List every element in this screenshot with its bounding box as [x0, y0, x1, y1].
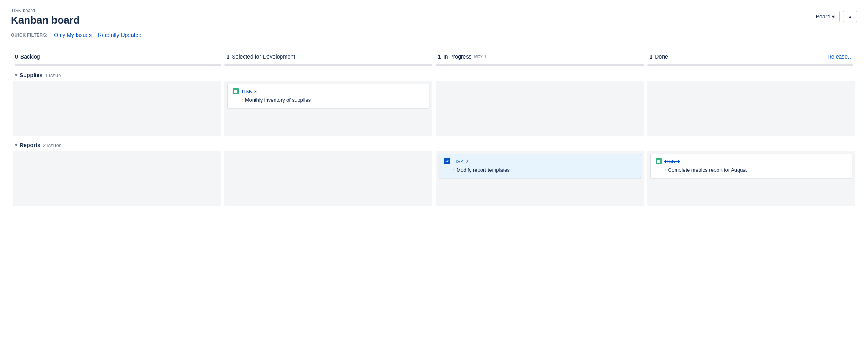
col-header-inprogress: 1 In Progress Max 1: [434, 50, 646, 63]
backlog-name: Backlog: [20, 53, 40, 60]
dropdown-icon: ▾: [832, 13, 835, 20]
card-tisk3-type-icon: [233, 88, 239, 94]
supplies-backlog-cell: [13, 81, 221, 136]
svg-rect-0: [234, 90, 237, 93]
board-parent-label: TISK board: [11, 8, 80, 13]
board-button-label: Board: [816, 13, 830, 20]
card-tisk1-top: TISK-1: [656, 158, 848, 164]
inprogress-count: 1: [438, 53, 441, 60]
card-tisk2-priority: ↑: [452, 167, 456, 173]
header-right: Board ▾ ▲: [811, 11, 857, 22]
filter-only-my-issues[interactable]: Only My Issues: [54, 32, 92, 38]
board-area: 0 Backlog 1 Selected for Development 1 I…: [0, 44, 868, 215]
done-count: 1: [650, 53, 653, 60]
supplies-done-cell: [647, 81, 856, 136]
inprogress-meta: Max 1: [474, 54, 487, 59]
inprogress-divider: [436, 64, 644, 66]
reports-backlog-cell: [13, 151, 221, 206]
supplies-selected-cell: TISK-3 ↑ Monthly inventory of supplies: [224, 81, 433, 136]
collapse-button[interactable]: ▲: [843, 11, 857, 22]
supplies-lane-count: 1 issue: [45, 72, 61, 78]
card-tisk3-priority: ↑: [241, 97, 245, 103]
card-tisk3-summary: ↑ Monthly inventory of supplies: [233, 97, 425, 104]
reports-columns: TISK-2 ↑ Modify report templates TISK-1: [11, 151, 857, 206]
col-header-backlog: 0 Backlog: [11, 50, 223, 63]
backlog-divider: [15, 64, 221, 66]
col-header-selected: 1 Selected for Development: [223, 50, 434, 63]
card-tisk1-type-icon: [656, 158, 662, 164]
card-tisk2-top: TISK-2: [444, 158, 636, 164]
reports-inprogress-cell: TISK-2 ↑ Modify report templates: [436, 151, 644, 206]
quick-filters-bar: QUICK FILTERS: Only My Issues Recently U…: [0, 26, 868, 44]
card-tisk3-id[interactable]: TISK-3: [241, 88, 257, 94]
selected-name: Selected for Development: [232, 53, 295, 60]
card-tisk2-type-icon: [444, 158, 450, 164]
reports-lane-name: Reports: [20, 142, 40, 148]
card-tisk3[interactable]: TISK-3 ↑ Monthly inventory of supplies: [227, 84, 430, 108]
card-tisk1-priority: ↑: [664, 167, 668, 173]
selected-count: 1: [227, 53, 230, 60]
done-name: Done: [655, 53, 668, 60]
page-header: TISK board Kanban board Board ▾ ▲: [0, 0, 868, 26]
supplies-lane-name: Supplies: [20, 72, 42, 78]
supplies-columns: TISK-3 ↑ Monthly inventory of supplies: [11, 81, 857, 136]
board-view-button[interactable]: Board ▾: [811, 11, 840, 22]
card-tisk1-id[interactable]: TISK-1: [664, 158, 680, 164]
card-tisk2[interactable]: TISK-2 ↑ Modify report templates: [439, 154, 641, 178]
inprogress-name: In Progress: [443, 53, 472, 60]
col-header-done: 1 Done Release…: [646, 50, 857, 63]
filter-recently-updated[interactable]: Recently Updated: [98, 32, 141, 38]
card-tisk3-top: TISK-3: [233, 88, 425, 94]
header-left: TISK board Kanban board: [11, 8, 80, 26]
backlog-count: 0: [15, 53, 18, 60]
card-tisk1-summary: ↑ Complete metrics report for August: [656, 167, 848, 174]
selected-divider: [224, 64, 433, 66]
done-divider: [647, 64, 853, 66]
reports-chevron: ▾: [15, 142, 17, 148]
reports-selected-cell: [224, 151, 433, 206]
swim-lane-supplies: ▾ Supplies 1 issue TISK-3 ↑ Monthly inve…: [11, 69, 857, 136]
swim-lane-supplies-header[interactable]: ▾ Supplies 1 issue: [11, 69, 857, 81]
card-tisk1[interactable]: TISK-1 ↑ Complete metrics report for Aug…: [650, 154, 853, 178]
card-tisk2-id[interactable]: TISK-2: [452, 158, 468, 164]
card-tisk2-summary: ↑ Modify report templates: [444, 167, 636, 174]
supplies-inprogress-cell: [436, 81, 644, 136]
col-dividers: [11, 64, 857, 69]
collapse-icon: ▲: [847, 13, 853, 20]
swim-lane-reports: ▾ Reports 2 issues TISK-2 ↑ M: [11, 139, 857, 206]
reports-done-cell: TISK-1 ↑ Complete metrics report for Aug…: [647, 151, 856, 206]
release-action[interactable]: Release…: [828, 53, 853, 60]
swim-lane-reports-header[interactable]: ▾ Reports 2 issues: [11, 139, 857, 151]
svg-rect-1: [657, 160, 660, 163]
board-title: Kanban board: [11, 14, 80, 26]
columns-header: 0 Backlog 1 Selected for Development 1 I…: [11, 50, 857, 63]
quick-filters-label: QUICK FILTERS:: [11, 33, 48, 37]
reports-lane-count: 2 issues: [43, 142, 62, 148]
supplies-chevron: ▾: [15, 72, 17, 78]
